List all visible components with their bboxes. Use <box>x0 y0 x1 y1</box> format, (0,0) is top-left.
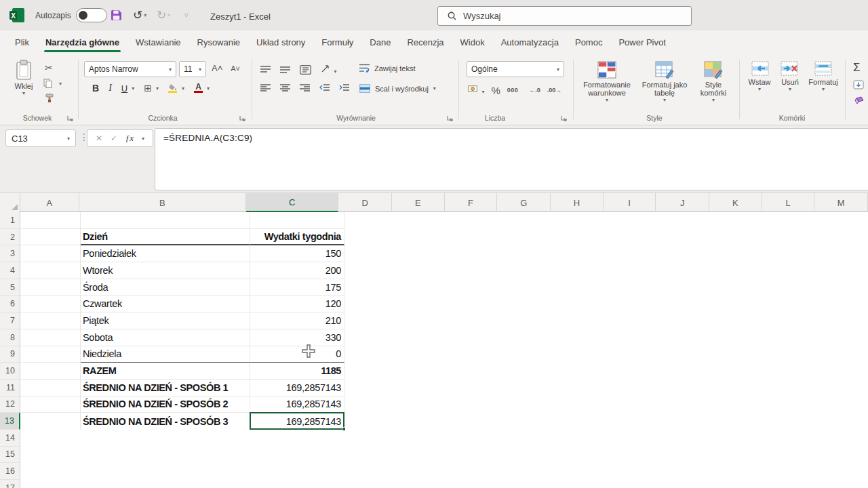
ribbon-tab-narz-dzia-g-wne[interactable]: Narzędzia główne <box>37 30 127 54</box>
select-all-corner[interactable] <box>0 193 20 212</box>
cell-A2[interactable] <box>20 229 81 246</box>
comma-style-button[interactable]: 000 <box>507 87 519 94</box>
cell-styles-button[interactable]: Style komórki ▾ <box>693 61 734 103</box>
cell-C16[interactable] <box>250 463 344 480</box>
cell-C12[interactable]: 169,2857143 <box>250 396 344 413</box>
save-button[interactable] <box>111 7 122 24</box>
column-header-B[interactable]: B <box>79 193 246 212</box>
redo-button[interactable]: ↻▾ <box>157 7 170 24</box>
row-header-11[interactable]: 11 <box>0 380 20 396</box>
column-header-K[interactable]: K <box>709 193 762 212</box>
empty-cells-17[interactable] <box>344 480 868 488</box>
search-box[interactable]: Wyszukaj <box>437 6 692 26</box>
name-box[interactable]: C13 ▾ <box>5 129 76 147</box>
empty-cells-6[interactable] <box>344 296 868 312</box>
cell-A10[interactable] <box>20 363 81 380</box>
empty-cells-12[interactable] <box>344 396 868 413</box>
align-middle-icon[interactable] <box>280 66 290 74</box>
row-header-16[interactable]: 16 <box>0 463 20 480</box>
cell-A3[interactable] <box>20 245 81 262</box>
column-header-C[interactable]: C <box>246 193 339 212</box>
undo-button[interactable]: ↺▾ <box>133 7 146 24</box>
column-header-H[interactable]: H <box>551 193 604 212</box>
paste-button[interactable]: Wklej ▾ <box>8 60 39 96</box>
cell-A14[interactable] <box>20 430 81 447</box>
empty-cells-15[interactable] <box>344 447 868 464</box>
cell-A1[interactable] <box>20 212 81 229</box>
borders-button[interactable]: ⊞ <box>144 83 152 94</box>
fill-color-button[interactable] <box>168 83 178 93</box>
bold-button[interactable]: B <box>92 83 99 94</box>
row-header-3[interactable]: 3 <box>0 245 20 262</box>
font-dialog-launcher[interactable] <box>239 115 246 122</box>
percent-style-button[interactable]: % <box>491 85 500 96</box>
cell-B11[interactable]: ŚREDNIO NA DZIEŃ - SPOSÓB 1 <box>81 380 250 396</box>
row-header-7[interactable]: 7 <box>0 312 20 329</box>
ribbon-tab-uk-ad-strony[interactable]: Układ strony <box>248 30 313 54</box>
font-color-button[interactable]: A <box>194 83 203 93</box>
empty-cells-14[interactable] <box>344 430 868 447</box>
number-dialog-launcher[interactable] <box>560 115 568 122</box>
cell-B8[interactable]: Sobota <box>81 329 250 346</box>
cell-B17[interactable] <box>81 480 250 488</box>
ribbon-tab-rysowanie[interactable]: Rysowanie <box>189 30 249 54</box>
row-header-12[interactable]: 12 <box>0 396 20 413</box>
cell-C1[interactable] <box>250 212 344 229</box>
clear-button[interactable] <box>853 96 864 105</box>
cell-A7[interactable] <box>20 312 81 329</box>
cell-C7[interactable]: 210 <box>250 312 344 329</box>
row-header-6[interactable]: 6 <box>0 296 20 312</box>
ribbon-tab-power-pivot[interactable]: Power Pivot <box>610 30 673 54</box>
cell-A9[interactable] <box>20 346 81 363</box>
cell-A16[interactable] <box>20 463 81 480</box>
ribbon-tab-widok[interactable]: Widok <box>452 30 493 54</box>
conditional-formatting-button[interactable]: Formatowanie warunkowe ▾ <box>578 61 636 103</box>
cell-A11[interactable] <box>20 380 81 396</box>
empty-cells-7[interactable] <box>344 312 868 329</box>
cell-C13[interactable]: 169,2857143 <box>250 413 344 430</box>
row-header-10[interactable]: 10 <box>0 363 20 380</box>
row-header-17[interactable]: 17 <box>0 480 20 488</box>
align-right-icon[interactable] <box>300 84 310 92</box>
column-header-I[interactable]: I <box>604 193 656 212</box>
cell-B14[interactable] <box>81 430 250 447</box>
fill-button[interactable] <box>853 80 864 89</box>
cell-C2[interactable]: Wydatki tygodnia <box>250 229 344 246</box>
ribbon-tab-formu-y[interactable]: Formuły <box>313 30 361 54</box>
cell-A8[interactable] <box>20 329 81 346</box>
font-size-select[interactable]: 11 ▾ <box>179 61 206 77</box>
empty-cells-2[interactable] <box>344 229 868 246</box>
copy-button[interactable]: ▾ <box>43 79 62 88</box>
empty-cells-1[interactable] <box>344 212 868 229</box>
row-header-14[interactable]: 14 <box>0 430 20 447</box>
cell-A6[interactable] <box>20 296 81 312</box>
cell-C15[interactable] <box>250 447 344 464</box>
cell-C6[interactable]: 120 <box>250 296 344 312</box>
cell-C14[interactable] <box>250 430 344 447</box>
cell-A17[interactable] <box>20 480 81 488</box>
increase-decimal-button[interactable]: ←.0 <box>529 87 540 94</box>
empty-cells-5[interactable] <box>344 279 868 296</box>
insert-cells-button[interactable]: Wstaw ▾ <box>745 61 774 92</box>
format-painter-button[interactable] <box>45 94 54 103</box>
accounting-format-button[interactable]: ▾ <box>468 84 484 96</box>
empty-cells-8[interactable] <box>344 329 868 346</box>
font-name-select[interactable]: Aptos Narrow ▾ <box>84 61 176 77</box>
column-header-E[interactable]: E <box>392 193 445 212</box>
empty-cells-9[interactable] <box>344 346 868 363</box>
cell-B9[interactable]: Niedziela <box>81 346 250 363</box>
cell-B2[interactable]: Dzień <box>81 229 250 246</box>
customize-qat-button[interactable]: ▿ <box>184 7 189 24</box>
merge-center-button[interactable]: Scal i wyśrodkuj ▾ <box>359 84 436 93</box>
row-header-4[interactable]: 4 <box>0 262 20 279</box>
row-header-1[interactable]: 1 <box>0 212 20 229</box>
decrease-font-button[interactable]: A˅ <box>231 64 240 73</box>
cell-B4[interactable]: Wtorek <box>81 262 250 279</box>
increase-font-button[interactable]: A˄ <box>212 63 222 73</box>
column-header-D[interactable]: D <box>338 193 392 212</box>
empty-cells-4[interactable] <box>344 262 868 279</box>
cell-C4[interactable]: 200 <box>250 262 344 279</box>
cell-B15[interactable] <box>81 447 250 464</box>
align-top-icon[interactable] <box>260 66 271 74</box>
cell-B16[interactable] <box>81 463 250 480</box>
